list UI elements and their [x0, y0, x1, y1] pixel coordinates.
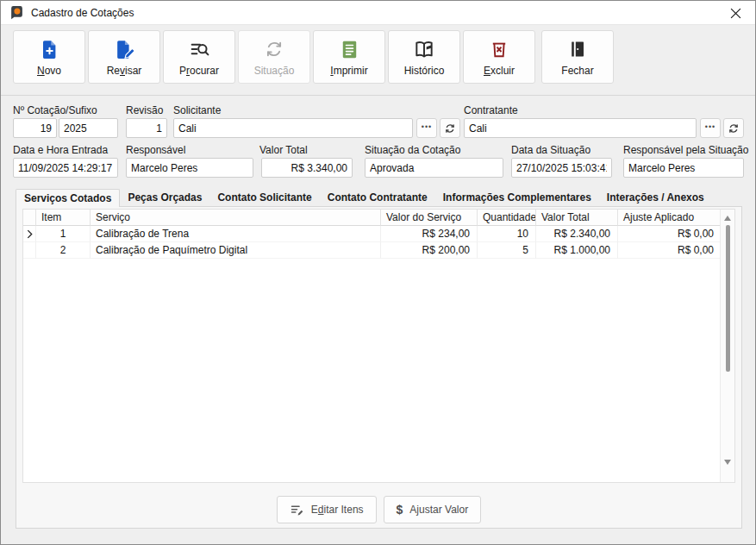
situacao-button: Situação	[238, 30, 310, 84]
contratante-field[interactable]	[464, 118, 697, 138]
sufixo-cotacao-field[interactable]	[59, 118, 118, 138]
situacao-cotacao-field[interactable]	[365, 158, 503, 178]
excluir-label: Excluir	[484, 65, 515, 77]
ellipsis-icon: •••	[422, 123, 432, 131]
col-header-valor-total[interactable]: Valor Total	[536, 210, 618, 226]
imprimir-button[interactable]: Imprimir	[313, 30, 385, 84]
responsavel-situacao-label: Responsável pela Situação	[623, 144, 748, 156]
cell-item: 2	[36, 242, 91, 259]
valor-total-label: Valor Total	[259, 144, 308, 156]
solicitante-lookup-button[interactable]: •••	[416, 118, 437, 138]
cadastro-de-cotacoes-window: Cadastro de Cotações Novo	[0, 0, 756, 545]
responsavel-label: Responsável	[126, 144, 185, 156]
ellipsis-icon: •••	[705, 123, 715, 131]
editar-itens-button[interactable]: Editar Itens	[277, 496, 377, 523]
data-entrada-field[interactable]	[13, 158, 118, 178]
excluir-button[interactable]: Excluir	[463, 30, 535, 84]
col-header-servico[interactable]: Serviço	[91, 210, 381, 226]
exit-door-icon	[567, 37, 588, 61]
edit-list-icon	[290, 503, 304, 517]
solicitante-field[interactable]	[173, 118, 413, 138]
app-icon	[9, 5, 24, 20]
data-entrada-label: Data e Hora Entrada	[13, 144, 108, 156]
procurar-button[interactable]: Procurar	[163, 30, 235, 84]
grid-header-row: Item Serviço Valor do Serviço Quantidade…	[23, 210, 734, 226]
fechar-button[interactable]: Fechar	[541, 30, 614, 84]
new-document-icon	[39, 37, 60, 61]
table-row[interactable]: 1 Calibração de Trena R$ 234,00 10 R$ 2.…	[23, 226, 734, 242]
cotacao-sufixo-label: Nº Cotação/Sufixo	[13, 104, 97, 116]
numero-cotacao-field[interactable]	[13, 118, 57, 138]
close-button[interactable]	[715, 1, 755, 25]
contratante-refresh-button[interactable]	[723, 118, 744, 138]
responsavel-field[interactable]	[126, 158, 253, 178]
refresh-icon	[728, 122, 740, 135]
cell-ajuste: R$ 0,00	[618, 242, 722, 259]
novo-button[interactable]: Novo	[13, 30, 85, 84]
row-indicator	[23, 242, 36, 259]
print-document-icon	[339, 37, 360, 61]
historico-label: Histórico	[404, 65, 445, 77]
tab-servicos-cotados[interactable]: Serviços Cotados	[16, 189, 120, 207]
tab-contato-solicitante[interactable]: Contato Solicitante	[209, 189, 319, 207]
contratante-label: Contratante	[464, 104, 518, 116]
list-search-icon	[189, 37, 210, 61]
historico-button[interactable]: Histórico	[388, 30, 460, 84]
scroll-up-button[interactable]	[721, 212, 734, 224]
editar-itens-label: Editar Itens	[311, 504, 364, 516]
data-situacao-field[interactable]	[511, 158, 612, 178]
revisao-field[interactable]	[126, 118, 167, 138]
open-book-icon	[413, 37, 435, 61]
cell-valor-servico: R$ 234,00	[381, 226, 478, 242]
valor-total-field[interactable]	[261, 158, 353, 178]
table-row[interactable]: 2 Calibração de Paquímetro Digital R$ 20…	[23, 242, 734, 259]
tab-contato-contratante[interactable]: Contato Contratante	[320, 189, 435, 207]
close-icon	[730, 8, 741, 19]
col-header-item[interactable]: Item	[36, 210, 91, 226]
cell-servico: Calibração de Trena	[91, 226, 381, 242]
novo-label: Novo	[37, 65, 61, 77]
arrow-down-icon	[724, 460, 731, 465]
servicos-grid: Item Serviço Valor do Serviço Quantidade…	[22, 209, 735, 483]
window-title: Cadastro de Cotações	[31, 7, 134, 19]
col-header-ajuste[interactable]: Ajuste Aplicado	[618, 210, 722, 226]
tab-pecas-orcadas[interactable]: Peças Orçadas	[120, 189, 209, 207]
refresh-icon	[444, 122, 456, 135]
cell-quantidade: 10	[478, 226, 536, 242]
procurar-label: Procurar	[179, 65, 219, 77]
title-bar: Cadastro de Cotações	[1, 1, 755, 25]
cell-valor-total: R$ 2.340,00	[536, 226, 618, 242]
contratante-lookup-button[interactable]: •••	[700, 118, 721, 138]
tab-strip: Serviços Cotados Peças Orçadas Contato S…	[16, 189, 712, 207]
cell-servico: Calibração de Paquímetro Digital	[91, 242, 381, 259]
col-header-quantidade[interactable]: Quantidade	[478, 210, 536, 226]
cell-item: 1	[36, 226, 91, 242]
revisar-label: Revisar	[107, 65, 142, 77]
tab-informacoes-complementares[interactable]: Informações Complementares	[435, 189, 599, 207]
ajustar-valor-button[interactable]: $ Ajustar Valor	[384, 496, 482, 523]
cell-valor-total: R$ 1.000,00	[536, 242, 618, 259]
cell-valor-servico: R$ 200,00	[381, 242, 478, 259]
responsavel-situacao-field[interactable]	[623, 158, 744, 178]
cell-quantidade: 5	[478, 242, 536, 259]
arrow-up-icon	[724, 216, 731, 221]
servicos-cotados-page: Item Serviço Valor do Serviço Quantidade…	[16, 206, 742, 529]
ajustar-valor-label: Ajustar Valor	[409, 504, 468, 516]
dollar-icon: $	[397, 503, 403, 517]
tab-interacoes-anexos[interactable]: Interações / Anexos	[599, 189, 712, 207]
revise-document-icon	[114, 37, 135, 61]
col-header-valor-servico[interactable]: Valor do Serviço	[381, 210, 478, 226]
revisao-label: Revisão	[126, 104, 163, 116]
toolbar: Novo Revisar Procurar	[1, 25, 755, 96]
revisar-button[interactable]: Revisar	[88, 30, 160, 84]
cell-ajuste: R$ 0,00	[618, 226, 722, 242]
data-situacao-label: Data da Situação	[511, 144, 590, 156]
page-footer: Editar Itens $ Ajustar Valor	[16, 485, 741, 528]
current-row-indicator	[23, 226, 36, 242]
solicitante-refresh-button[interactable]	[440, 118, 460, 138]
grid-vertical-scrollbar[interactable]	[720, 210, 734, 482]
delete-trash-icon	[489, 37, 509, 61]
imprimir-label: Imprimir	[330, 65, 367, 77]
scrollbar-thumb[interactable]	[726, 225, 730, 372]
scroll-down-button[interactable]	[721, 456, 734, 468]
